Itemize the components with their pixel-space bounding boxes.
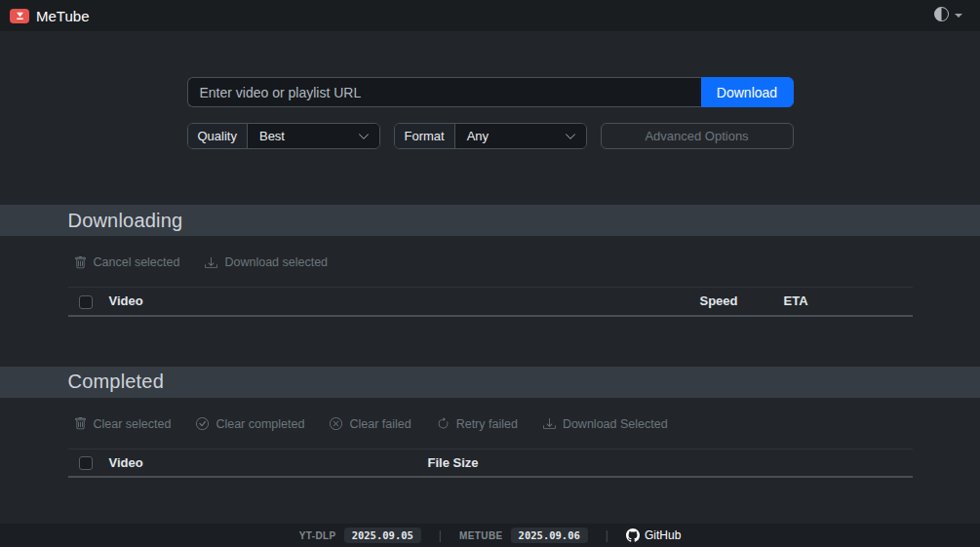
quality-group: Quality Best (187, 123, 380, 149)
clear-failed-button[interactable]: Clear failed (330, 417, 411, 431)
cancel-selected-button[interactable]: Cancel selected (74, 255, 180, 269)
downloading-title: Downloading (68, 210, 913, 232)
footer-separator: | (606, 528, 608, 542)
quality-selected-value: Best (259, 129, 285, 143)
downloading-table-header-row: Video Speed ETA (68, 288, 913, 316)
github-icon (626, 528, 640, 542)
downloading-section-band: Downloading (0, 205, 980, 236)
chevron-down-icon (565, 131, 576, 142)
clear-selected-button[interactable]: Clear selected (74, 417, 172, 431)
completed-table-header-row: Video File Size (68, 449, 913, 477)
format-selected-value: Any (467, 129, 489, 143)
completed-section-band: Completed (0, 367, 980, 398)
quality-label: Quality (188, 124, 248, 148)
format-group: Format Any (394, 123, 587, 149)
completed-title: Completed (68, 371, 913, 393)
format-select[interactable]: Any (455, 124, 586, 148)
select-all-downloading-checkbox[interactable] (79, 295, 93, 309)
metube-logo-icon (10, 9, 29, 23)
brand[interactable]: MeTube (10, 8, 89, 24)
metube-version-label: METUBE (459, 530, 503, 541)
completed-table: Video File Size (68, 449, 913, 479)
download-selected-completed-label: Download Selected (563, 417, 668, 431)
url-input[interactable] (187, 77, 701, 107)
clear-selected-label: Clear selected (94, 417, 172, 431)
retry-failed-label: Retry failed (456, 417, 518, 431)
column-video: Video (101, 288, 692, 316)
select-all-completed-checkbox[interactable] (79, 456, 93, 470)
download-icon (543, 417, 556, 430)
ytdlp-version-label: YT-DLP (299, 530, 336, 541)
add-download-form: Download Quality Best Format Any Advance… (187, 77, 794, 149)
column-speed: Speed (692, 288, 776, 316)
downloading-section: Cancel selected Download selected Video … (68, 250, 913, 317)
circle-half-icon (934, 7, 949, 25)
metube-version-badge: 2025.09.06 (511, 527, 588, 543)
clear-failed-label: Clear failed (349, 417, 411, 431)
downloading-table: Video Speed ETA (68, 287, 913, 317)
cancel-selected-label: Cancel selected (94, 255, 180, 269)
column-eta: ETA (776, 288, 913, 316)
completed-section: Clear selected Clear completed Clear fai… (68, 411, 913, 479)
github-label: GitHub (645, 528, 681, 542)
arrow-clockwise-icon (437, 417, 450, 430)
download-icon (205, 256, 217, 269)
ytdlp-version-badge: 2025.09.05 (344, 527, 421, 543)
download-selected-label: Download selected (224, 255, 328, 269)
github-link[interactable]: GitHub (626, 528, 681, 542)
trash-icon (74, 256, 87, 269)
download-selected-completed-button[interactable]: Download Selected (543, 417, 668, 431)
column-file-size: File Size (420, 449, 913, 477)
download-selected-button[interactable]: Download selected (205, 255, 328, 269)
clear-completed-button[interactable]: Clear completed (196, 417, 304, 431)
chevron-down-icon (955, 14, 962, 18)
clear-completed-label: Clear completed (216, 417, 304, 431)
advanced-options-button[interactable]: Advanced Options (601, 123, 794, 149)
check-circle-icon (196, 417, 209, 430)
chevron-down-icon (358, 131, 370, 142)
column-video: Video (101, 449, 420, 477)
x-circle-icon (330, 417, 342, 430)
footer-separator: | (439, 528, 442, 542)
navbar: MeTube (0, 0, 980, 31)
trash-icon (74, 417, 87, 430)
retry-failed-button[interactable]: Retry failed (437, 417, 518, 431)
format-label: Format (395, 124, 455, 148)
quality-select[interactable]: Best (248, 124, 379, 148)
brand-title: MeTube (36, 8, 89, 24)
footer: YT-DLP 2025.09.05 | METUBE 2025.09.06 | … (0, 524, 980, 547)
download-button[interactable]: Download (701, 77, 794, 107)
theme-toggle-dropdown[interactable] (934, 7, 970, 25)
